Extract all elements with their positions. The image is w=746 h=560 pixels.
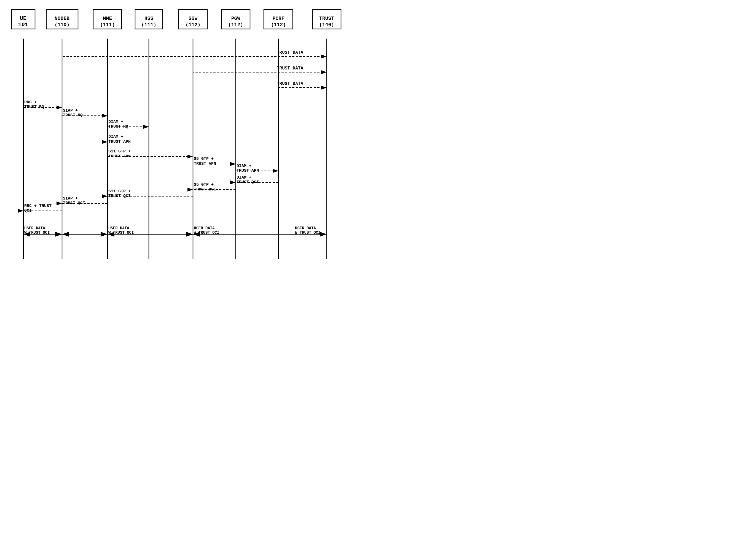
nodeb-label: NODEB — [55, 16, 69, 21]
sequence-diagram: UE 101 NODEB (110) MME (111) HSS (111) S… — [0, 0, 373, 280]
pcrf-num: (112) — [271, 22, 286, 28]
msg-userdata-sgw-trust-label1: USER DATA — [194, 226, 215, 230]
msg-diam-trust-rq-label1: DIAM + — [108, 120, 123, 124]
msg-diam-trust-apn-pgw-pcrf-label2: TRUST APN — [236, 168, 259, 173]
msg-diam-trust-apn-label2: TRUST APN — [108, 140, 131, 144]
mme-label: MME — [103, 16, 112, 21]
msg-s1ap-trust-rq-label2: TRUST RQ — [63, 113, 83, 118]
msg-diam-trust-apn-label1: DIAM + — [108, 135, 123, 139]
msg-rrc-trust-rq-label2: TRUST RQ — [24, 105, 44, 110]
nodeb-num: (110) — [55, 22, 69, 28]
msg-s11gtp-trust-apn-label2: TRUST APN — [108, 154, 131, 159]
pgw-num: (112) — [228, 22, 243, 28]
hss-label: HSS — [144, 16, 153, 21]
msg-rrc-trust-qci-label2: QCI — [24, 208, 32, 213]
sgw-num: (112) — [185, 22, 200, 28]
msg-s1ap-trust-qci-label1: S1AP + — [63, 196, 78, 201]
msg-userdata-ue-nodeb-label1: USER DATA — [24, 226, 45, 230]
msg-userdata-mme-sgw-label2: W TRUST QCI — [108, 230, 134, 235]
ue-num: 101 — [18, 22, 28, 28]
sgw-label: SGW — [189, 16, 198, 21]
msg-trust-data-2-label: TRUST DATA — [277, 66, 303, 71]
msg-s11gtp-trust-qci-label1: S11 GTP + — [108, 189, 131, 194]
msg-diam-trust-qci-label1: DIAM + — [236, 175, 252, 180]
msg-rrc-trust-rq-label: RRC + — [24, 100, 37, 105]
msg-userdata-mme-sgw-label1: USER DATA — [108, 226, 129, 230]
diagram-container: UE 101 NODEB (110) MME (111) HSS (111) S… — [0, 0, 373, 280]
trust-num: (140) — [319, 22, 334, 28]
pgw-label: PGW — [231, 16, 240, 21]
msg-diam-trust-apn-pgw-pcrf-label1: DIAM + — [236, 164, 252, 168]
msg-userdata-ue-nodeb-label2: W TRUST QCI — [24, 230, 50, 235]
ue-label: UE — [20, 15, 26, 22]
msg-userdata-trust-label1: USER DATA — [295, 226, 316, 230]
msg-userdata-trust-label2: W TRUST QCI — [295, 230, 320, 235]
trust-label: TRUST — [319, 16, 334, 21]
msg-trust-data-1-label: TRUST DATA — [277, 50, 303, 55]
pcrf-label: PCRF — [272, 16, 284, 21]
msg-s1ap-trust-qci-label2: TRUST QCI — [63, 201, 85, 206]
msg-s5gtp-trust-qci-label1: S5 GTP + — [194, 182, 214, 187]
msg-trust-data-3-label: TRUST DATA — [277, 81, 303, 86]
msg-s5gtp-trust-qci-label2: TRUST QCI — [194, 187, 216, 192]
msg-s11gtp-trust-apn-label1: S11 GTP + — [108, 149, 131, 154]
msg-s11gtp-trust-qci-label2: TRUST QCI — [108, 194, 131, 199]
msg-s5gtp-trust-apn-label1: S5 GTP + — [194, 156, 214, 161]
msg-rrc-trust-qci-label1: RRC + TRUST — [24, 204, 52, 208]
msg-diam-trust-qci-label2: TRUST QCI — [236, 180, 259, 185]
mme-num: (111) — [100, 22, 115, 28]
msg-diam-trust-rq-label2: TRUST RQ — [108, 124, 128, 129]
msg-s1ap-trust-rq-label1: S1AP + — [63, 108, 78, 113]
hss-num: (111) — [141, 22, 156, 28]
msg-s5gtp-trust-apn-label2: TRUST APN — [194, 161, 216, 166]
msg-userdata-sgw-trust-label2: W TRUST QCI — [194, 230, 219, 235]
